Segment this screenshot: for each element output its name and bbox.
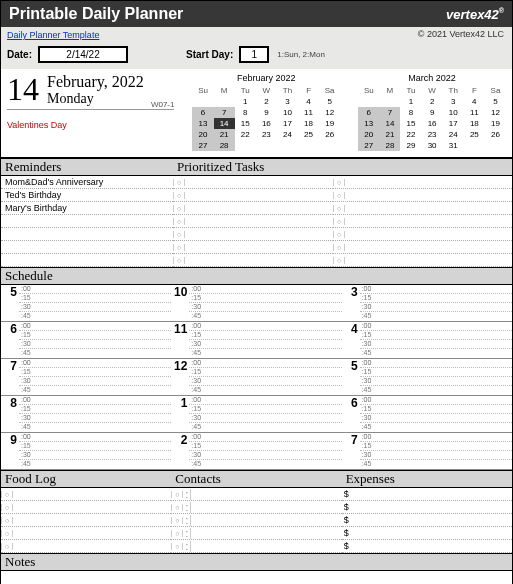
food-list: ○○○○○ (1, 488, 171, 553)
start-day-label: Start Day: (186, 49, 233, 60)
schedule-hour[interactable]: 7:00:15:30:45 (1, 359, 171, 396)
list-item[interactable]: ○ (1, 514, 171, 527)
reminder-row[interactable] (1, 254, 173, 267)
expenses-header: Expenses (342, 470, 512, 488)
schedule-hour[interactable]: 5:00:15:30:45 (342, 359, 512, 396)
schedule-hour[interactable]: 8:00:15:30:45 (1, 396, 171, 433)
expense-row[interactable]: $ (342, 488, 512, 501)
expense-row[interactable]: $ (342, 501, 512, 514)
mini-calendar-current: February 2022SuMTuWThFSa1234567891011121… (192, 73, 340, 151)
contacts-list: ○:○:○:○:○: (171, 488, 341, 553)
list-item[interactable]: ○: (171, 488, 341, 501)
schedule-hour[interactable]: 11:00:15:30:45 (171, 322, 341, 359)
schedule-hour[interactable]: 2:00:15:30:45 (171, 433, 341, 470)
start-hint: 1:Sun, 2:Mon (277, 50, 325, 59)
reminder-row[interactable]: Ted's Birthday (1, 189, 173, 202)
task-row[interactable]: ○ (333, 189, 512, 202)
task-row[interactable]: ○ (173, 241, 333, 254)
sub-bar: Daily Planner Template © 2021 Vertex42 L… (1, 27, 512, 69)
reminder-row[interactable] (1, 228, 173, 241)
expenses-list: $$$$$ (342, 488, 512, 553)
task-row[interactable]: ○ (173, 202, 333, 215)
schedule-hour[interactable]: 7:00:15:30:45 (342, 433, 512, 470)
task-row[interactable]: ○ (333, 202, 512, 215)
list-item[interactable]: ○: (171, 501, 341, 514)
reminder-row[interactable] (1, 215, 173, 228)
task-row[interactable]: ○ (333, 176, 512, 189)
food-header: Food Log (1, 470, 171, 488)
task-row[interactable]: ○ (173, 176, 333, 189)
copyright: © 2021 Vertex42 LLC (418, 29, 504, 39)
reminder-row[interactable] (1, 241, 173, 254)
schedule-hour[interactable]: 6:00:15:30:45 (342, 396, 512, 433)
list-item[interactable]: ○ (1, 527, 171, 540)
date-input[interactable] (38, 46, 128, 63)
notes-area[interactable] (1, 571, 512, 584)
list-item[interactable]: ○ (1, 540, 171, 553)
task-row[interactable]: ○ (333, 215, 512, 228)
brand-logo: vertex42 (446, 7, 504, 22)
date-label: Date: (7, 49, 32, 60)
day-block: 14 February, 2022 Monday W07-1 Valentine… (7, 73, 174, 151)
holiday-name: Valentines Day (7, 120, 174, 130)
contacts-header: Contacts (171, 470, 341, 488)
schedule-hour[interactable]: 9:00:15:30:45 (1, 433, 171, 470)
expense-row[interactable]: $ (342, 527, 512, 540)
task-row[interactable]: ○ (173, 254, 333, 267)
reminder-row[interactable]: Mary's Birthday (1, 202, 173, 215)
reminders-list: Mom&Dad's AnniversaryTed's BirthdayMary'… (1, 176, 173, 267)
task-row[interactable]: ○ (173, 189, 333, 202)
schedule-hour[interactable]: 6:00:15:30:45 (1, 322, 171, 359)
day-number: 14 (7, 73, 39, 105)
schedule-grid: 5:00:15:30:456:00:15:30:457:00:15:30:458… (1, 285, 512, 470)
expense-row[interactable]: $ (342, 514, 512, 527)
list-item[interactable]: ○ (1, 501, 171, 514)
tasks-header: Prioritized Tasks (173, 158, 512, 176)
start-day-input[interactable] (239, 46, 269, 63)
week-number: W07-1 (151, 100, 175, 109)
schedule-hour[interactable]: 4:00:15:30:45 (342, 322, 512, 359)
schedule-hour[interactable]: 12:00:15:30:45 (171, 359, 341, 396)
task-row[interactable]: ○ (173, 215, 333, 228)
title-bar: Printable Daily Planner vertex42 (1, 1, 512, 27)
list-item[interactable]: ○: (171, 540, 341, 553)
schedule-hour[interactable]: 10:00:15:30:45 (171, 285, 341, 322)
task-row[interactable]: ○ (173, 228, 333, 241)
reminder-row[interactable]: Mom&Dad's Anniversary (1, 176, 173, 189)
app-title: Printable Daily Planner (9, 5, 183, 23)
mini-calendar-next: March 2022SuMTuWThFSa1234567891011121314… (358, 73, 506, 151)
tasks-column-1: ○○○○○○○ (173, 176, 333, 267)
schedule-hour[interactable]: 3:00:15:30:45 (342, 285, 512, 322)
reminders-header: Reminders (1, 158, 173, 176)
schedule-hour[interactable]: 5:00:15:30:45 (1, 285, 171, 322)
task-row[interactable]: ○ (333, 254, 512, 267)
template-link[interactable]: Daily Planner Template (7, 30, 99, 40)
list-item[interactable]: ○: (171, 514, 341, 527)
task-row[interactable]: ○ (333, 228, 512, 241)
schedule-header: Schedule (1, 267, 512, 285)
schedule-hour[interactable]: 1:00:15:30:45 (171, 396, 341, 433)
list-item[interactable]: ○: (171, 527, 341, 540)
tasks-column-2: ○○○○○○○ (333, 176, 512, 267)
notes-header: Notes (1, 553, 512, 571)
expense-row[interactable]: $ (342, 540, 512, 553)
list-item[interactable]: ○ (1, 488, 171, 501)
task-row[interactable]: ○ (333, 241, 512, 254)
